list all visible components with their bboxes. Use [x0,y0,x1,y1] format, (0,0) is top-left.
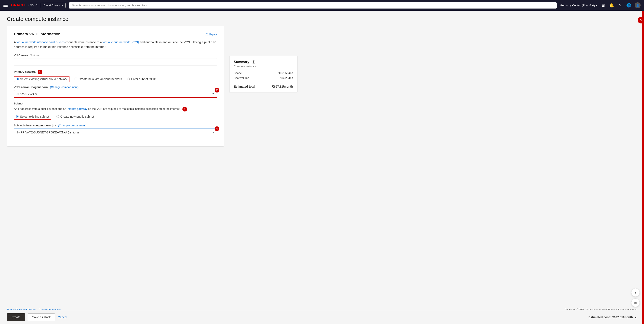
subnet-select-wrapper: IH-PRIVATE-SUBNET-SPOKE-VCN-A (regional)… [14,128,217,136]
cloud-text: Cloud [28,4,38,7]
summary-panel: Summary ℹ Compute instance Shape ₹661.56… [229,26,298,284]
network-radio-group: Select existing virtual cloud network Cr… [14,76,217,82]
select-existing-vcn-option[interactable]: Select existing virtual cloud network [14,76,70,82]
enter-subnet-ocid-radio[interactable] [127,78,130,80]
console-icon[interactable]: ⊞ [600,3,606,8]
vnic-name-group: VNIC name Optional [14,54,217,66]
summary-subtitle: Compute instance [234,65,293,68]
primary-vnic-card: Primary VNIC information Collapse A virt… [7,26,224,147]
vcn-select-wrapper: SPOKE-VCN-A 2 [14,90,217,98]
select-existing-subnet-option[interactable]: Select existing subnet [14,114,51,120]
step-2-badge: 2 [214,88,219,92]
shape-row: Shape ₹661.56/mo [234,72,293,74]
vcn-compartment-name: IwanHoogendoorn [24,86,48,89]
estimated-total-label: Estimated total [234,85,255,88]
step-5-badge: 5 [638,17,644,24]
globe-icon[interactable]: 🌐 [626,3,631,8]
subnet-in-label: Subnet in IwanHoogendoorn ℹ (Change comp… [14,124,217,128]
section-header: Primary VNIC information Collapse [14,32,217,36]
shape-label: Shape [234,72,242,74]
help-icon[interactable]: ? [618,3,623,8]
subnet-description: An IP address from a public subnet and a… [14,107,217,112]
subnet-section: Subnet An IP address from a public subne… [14,102,217,120]
summary-divider [234,82,293,82]
page-container: Create compute instance Primary VNIC inf… [0,11,644,324]
summary-info-icon[interactable]: ℹ [252,60,255,64]
hamburger-menu[interactable] [4,4,8,7]
search-input[interactable] [69,2,557,8]
subnet-info-icon[interactable]: ℹ [52,124,56,127]
create-new-public-subnet-radio[interactable] [56,115,59,118]
vnic-name-label: VNIC name Optional [14,54,217,57]
summary-card: Summary ℹ Compute instance Shape ₹661.56… [229,56,298,93]
step-3-badge: 3 [182,107,187,112]
summary-title: Summary [234,60,249,64]
step-4-badge: 4 [214,126,219,131]
primary-network-section: Primary network 1 Select existing virtua… [14,70,217,82]
vcn-select[interactable]: SPOKE-VCN-A [14,90,217,98]
oracle-logo: ORACLE Cloud [11,4,37,7]
estimated-cost-display: Estimated cost: ₹697.81/month ▲ [588,316,637,319]
section-title: Primary VNIC information [14,32,60,36]
create-new-public-subnet-option[interactable]: Create new public subnet [56,115,94,118]
vcn-link[interactable]: virtual cloud network (VCN) [102,40,139,44]
internet-gateway-link[interactable]: internet gateway [67,107,87,110]
page-body: Primary VNIC information Collapse A virt… [0,26,644,306]
vcn-label: VCN in IwanHoogendoorn (Change compartme… [14,86,217,89]
vnic-name-input[interactable] [14,58,217,66]
summary-header: Summary ℹ [234,60,293,64]
primary-network-label: Primary network 1 [14,70,217,74]
save-stack-button[interactable]: Save as stack [28,313,55,321]
subnet-label: Subnet [14,102,217,105]
page-title: Create compute instance [7,16,637,22]
bell-icon[interactable]: 🔔 [609,3,614,8]
subnet-selector-group: Subnet in IwanHoogendoorn ℹ (Change comp… [14,124,217,136]
float-action-buttons: ? ⊞ [631,288,640,307]
grid-float-button[interactable]: ⊞ [631,298,640,307]
create-new-vcn-radio[interactable] [74,78,77,80]
cloud-classic-button[interactable]: Cloud Classic > [41,3,66,8]
vnic-description: A virtual network interface card (VNIC) … [14,40,217,50]
subnet-select[interactable]: IH-PRIVATE-SUBNET-SPOKE-VCN-A (regional) [14,128,217,136]
boot-volume-value: ₹36.25/mo [280,76,293,80]
bottom-action-bar: Create Save as stack Cancel Estimated co… [0,310,644,324]
estimated-total-row: Estimated total ₹697.81/month [234,85,293,88]
shape-value: ₹661.56/mo [278,72,293,74]
estimated-total-value: ₹697.81/month [272,85,293,88]
subnet-change-compartment-link[interactable]: (Change compartment) [58,124,86,127]
collapse-link[interactable]: Collapse [206,32,217,36]
enter-subnet-ocid-option[interactable]: Enter subnet OCID [127,78,156,81]
step-1-badge: 1 [38,70,42,74]
user-avatar[interactable]: 👤 [634,2,640,8]
boot-volume-label: Boot volume [234,76,249,80]
vnic-link[interactable]: virtual network interface card (VNIC) [16,40,64,44]
red-sidebar-indicator [642,11,644,324]
top-navigation: ORACLE Cloud Cloud Classic > Germany Cen… [0,0,644,11]
help-float-button[interactable]: ? [631,288,640,297]
oracle-text: ORACLE [11,4,27,7]
create-button[interactable]: Create [7,313,25,321]
boot-volume-row: Boot volume ₹36.25/mo [234,76,293,80]
nav-right-actions: Germany Central (Frankfurt) ▾ ⊞ 🔔 ? 🌐 👤 [560,2,640,8]
page-header: Create compute instance [0,11,644,26]
main-form: Primary VNIC information Collapse A virt… [7,26,224,284]
subnet-radio-group: Select existing subnet Create new public… [14,114,217,120]
vcn-selector-group: VCN in IwanHoogendoorn (Change compartme… [14,86,217,98]
subnet-compartment-name: IwanHoogendoorn [26,124,51,127]
vcn-change-compartment-link[interactable]: (Change compartment) [50,86,79,89]
region-selector[interactable]: Germany Central (Frankfurt) ▾ [560,4,597,7]
select-existing-vcn-radio[interactable] [16,78,19,80]
select-existing-subnet-radio[interactable] [16,115,19,118]
cancel-link[interactable]: Cancel [58,316,67,319]
create-new-vcn-option[interactable]: Create new virtual cloud network [74,78,122,81]
